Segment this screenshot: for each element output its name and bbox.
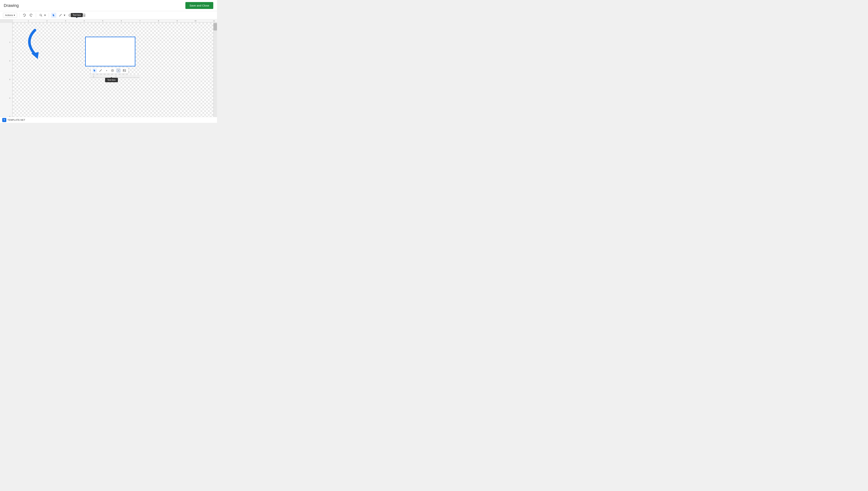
textbox-tool-button[interactable]: T Text box <box>74 13 80 18</box>
svg-text:4: 4 <box>116 75 116 77</box>
mini-toolbar: ▾ T <box>91 67 128 74</box>
logo-suffix: .NET <box>20 119 25 121</box>
svg-text:5: 5 <box>102 20 103 22</box>
svg-text:1: 1 <box>28 20 29 22</box>
ruler-corner <box>0 19 13 23</box>
redo-icon <box>30 14 33 17</box>
svg-text:T: T <box>118 69 119 71</box>
mini-shapes-button[interactable] <box>110 68 115 73</box>
svg-line-31 <box>99 69 102 71</box>
svg-text:9: 9 <box>177 20 178 22</box>
line-dropdown-button[interactable]: ▾ <box>63 13 66 18</box>
mini-select-icon <box>93 69 96 72</box>
ruler-horizontal: 1 2 3 4 5 6 7 8 9 10 11 M <box>0 19 217 23</box>
mini-line-icon <box>99 69 102 72</box>
logo-icon: T <box>2 118 6 122</box>
ruler-v-svg: 1 2 3 4 5 <box>0 23 13 123</box>
ruler-vertical: 1 2 3 4 5 <box>0 23 13 123</box>
toolbar-separator-1 <box>19 13 20 18</box>
svg-text:8: 8 <box>158 20 159 22</box>
svg-text:7: 7 <box>140 20 141 22</box>
select-tool-button[interactable] <box>51 13 56 18</box>
svg-text:3: 3 <box>9 79 10 80</box>
zoom-dropdown-button[interactable]: ▾ <box>43 13 46 18</box>
svg-text:1: 1 <box>9 41 10 43</box>
line-tool-button[interactable] <box>58 13 63 18</box>
svg-text:4: 4 <box>9 97 10 99</box>
vertical-scrollbar[interactable] <box>213 23 217 123</box>
svg-point-5 <box>70 15 70 16</box>
actions-button[interactable]: Actions ▾ <box>3 13 17 18</box>
drawing-area-wrapper: 1 2 3 4 5 <box>0 23 217 123</box>
ruler-h-svg: 1 2 3 4 5 6 7 8 9 10 11 M <box>13 19 217 23</box>
mini-select-button[interactable] <box>92 68 97 73</box>
undo-button[interactable] <box>22 13 27 18</box>
title-bar: Drawing Save and Close <box>0 0 217 11</box>
svg-text:6: 6 <box>121 20 122 22</box>
svg-text:2: 2 <box>9 60 10 62</box>
line-group: ▾ <box>58 13 66 18</box>
svg-text:2: 2 <box>46 20 48 22</box>
svg-marker-30 <box>94 69 96 72</box>
textbox-selected[interactable] <box>85 37 135 66</box>
mini-shapes-icon <box>111 69 114 72</box>
redo-button[interactable] <box>28 13 34 18</box>
svg-text:10: 10 <box>194 20 196 22</box>
mini-image-button[interactable] <box>122 68 127 73</box>
canvas-area[interactable]: ▾ T <box>13 23 217 123</box>
line-icon <box>59 14 62 17</box>
mini-line-button[interactable] <box>98 68 103 73</box>
svg-point-33 <box>112 70 113 71</box>
mini-ruler: 2 4 <box>90 75 140 78</box>
zoom-icon <box>39 14 42 17</box>
svg-line-3 <box>59 14 62 17</box>
scrollbar-thumb[interactable] <box>214 23 217 30</box>
svg-text:3: 3 <box>65 20 66 22</box>
mini-textbox-button[interactable]: T <box>116 68 121 73</box>
mini-image-icon <box>123 69 126 72</box>
ruler-h-track: 1 2 3 4 5 6 7 8 9 10 11 M <box>13 19 217 23</box>
mini-textbox-icon: T <box>117 69 120 72</box>
actions-label: Actions <box>5 14 13 17</box>
toolbar: Actions ▾ ▾ ▾ <box>0 11 217 19</box>
mini-line-dropdown[interactable]: ▾ <box>104 68 109 73</box>
mini-textbox-tooltip: Text box <box>105 78 118 82</box>
undo-icon <box>23 14 26 17</box>
logo-text: TEMPLATE.NET <box>7 119 25 121</box>
svg-text:4: 4 <box>84 20 85 22</box>
svg-marker-2 <box>53 14 55 17</box>
zoom-group: ▾ <box>38 13 46 18</box>
textbox-tooltip-toolbar: Text box <box>71 13 83 17</box>
bottom-bar: T TEMPLATE.NET <box>0 117 217 123</box>
svg-line-1 <box>41 16 42 16</box>
template-logo: T TEMPLATE.NET <box>2 118 25 122</box>
page-title: Drawing <box>4 3 19 8</box>
logo-name: TEMPLATE <box>7 119 20 121</box>
select-icon <box>53 14 55 17</box>
save-close-button[interactable]: Save and Close <box>185 2 213 9</box>
svg-text:11: 11 <box>213 20 215 22</box>
svg-point-0 <box>40 14 41 16</box>
actions-dropdown-icon: ▾ <box>14 14 15 17</box>
svg-text:2: 2 <box>93 75 94 77</box>
mini-ruler-svg: 2 4 <box>91 75 139 78</box>
zoom-button[interactable] <box>38 13 43 18</box>
